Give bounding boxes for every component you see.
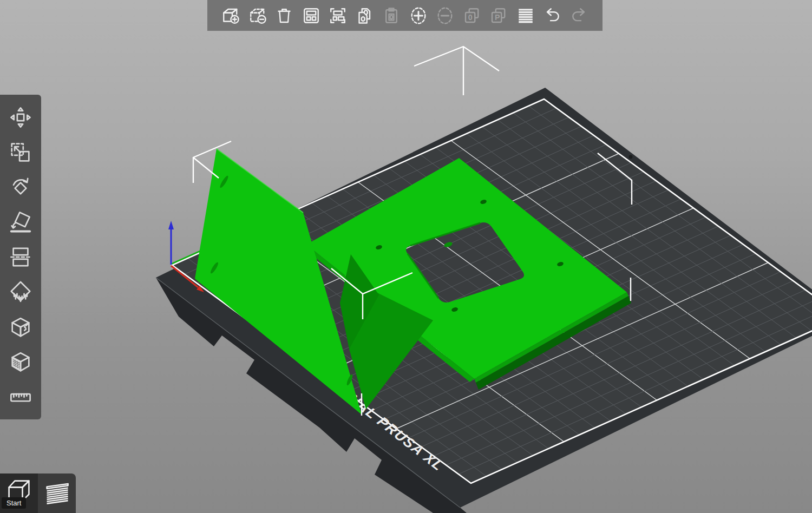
sliced-preview-view-button[interactable] bbox=[38, 473, 76, 513]
remove-instance-icon bbox=[435, 6, 455, 25]
start-label: Start bbox=[2, 497, 26, 509]
add-button[interactable] bbox=[219, 3, 242, 28]
layers-stack-icon bbox=[43, 476, 71, 506]
arrange-icon bbox=[302, 6, 321, 25]
fuzzy-skin-tool-button[interactable] bbox=[5, 346, 36, 377]
delete-cube-icon bbox=[248, 6, 267, 25]
arrange-bed-icon bbox=[328, 6, 348, 25]
trash-icon bbox=[274, 6, 294, 25]
delete-all-button[interactable] bbox=[273, 3, 296, 28]
cut-tool-button[interactable] bbox=[5, 242, 36, 272]
slicer-window: ORIGINAL PRUSA XL bbox=[0, 0, 812, 513]
view-switcher: Start bbox=[0, 473, 76, 513]
copy-icon bbox=[355, 6, 375, 25]
redo-icon bbox=[569, 6, 589, 25]
split-to-objects-button[interactable]: 0 bbox=[461, 3, 483, 28]
top-toolbar: 0 P bbox=[207, 0, 603, 31]
rotate-icon bbox=[8, 175, 33, 200]
delete-button[interactable] bbox=[246, 3, 269, 28]
move-icon bbox=[8, 105, 33, 130]
remove-instance-button[interactable] bbox=[434, 3, 456, 28]
split-to-parts-button[interactable]: P bbox=[487, 3, 510, 28]
add-cube-icon bbox=[221, 6, 240, 25]
add-instance-button[interactable] bbox=[407, 3, 430, 28]
paste-button[interactable] bbox=[380, 3, 403, 28]
undo-button[interactable] bbox=[541, 3, 564, 28]
split-parts-icon: P bbox=[489, 6, 508, 25]
svg-text:0: 0 bbox=[468, 12, 473, 21]
paint-supports-tool-button[interactable] bbox=[5, 277, 36, 307]
paste-icon bbox=[382, 6, 401, 25]
place-on-face-icon bbox=[8, 210, 33, 235]
arrange-current-bed-button[interactable] bbox=[326, 3, 349, 28]
move-tool-button[interactable] bbox=[5, 102, 36, 133]
redo-button[interactable] bbox=[568, 3, 591, 28]
gizmo-sidebar bbox=[0, 95, 41, 419]
scale-tool-button[interactable] bbox=[5, 137, 36, 168]
split-objects-icon: 0 bbox=[462, 6, 482, 25]
undo-icon bbox=[542, 6, 562, 25]
svg-text:P: P bbox=[495, 12, 500, 21]
layer-bars-icon bbox=[516, 6, 535, 25]
arrange-button[interactable] bbox=[300, 3, 323, 28]
paint-supports-icon bbox=[8, 279, 33, 304]
seam-icon bbox=[8, 314, 33, 339]
seam-tool-button[interactable] bbox=[5, 312, 36, 342]
editor-3d-view-button[interactable]: Start bbox=[0, 473, 38, 513]
measure-icon bbox=[8, 384, 33, 409]
variable-layer-height-button[interactable] bbox=[514, 3, 537, 28]
place-on-face-tool-button[interactable] bbox=[5, 207, 36, 238]
measure-tool-button[interactable] bbox=[5, 382, 36, 412]
fuzzy-skin-icon bbox=[8, 349, 33, 374]
viewport-3d[interactable]: ORIGINAL PRUSA XL bbox=[0, 0, 812, 513]
z-axis-arrow bbox=[168, 221, 174, 229]
copy-button[interactable] bbox=[353, 3, 376, 28]
scale-icon bbox=[8, 140, 33, 165]
rotate-tool-button[interactable] bbox=[5, 172, 36, 202]
add-instance-icon bbox=[409, 6, 428, 25]
cut-icon bbox=[8, 245, 33, 269]
